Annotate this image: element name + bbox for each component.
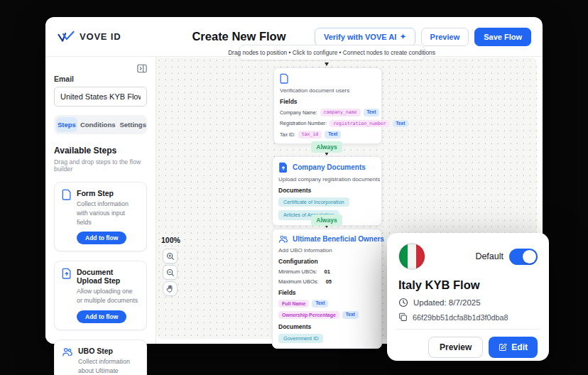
node-subtitle: Verification document users <box>280 87 376 94</box>
connector-always-badge[interactable]: Always <box>311 141 342 153</box>
tab-steps[interactable]: Steps <box>56 117 77 132</box>
sparkle-icon: ✦ <box>400 33 405 40</box>
clock-icon <box>398 298 408 308</box>
field-label: Tax ID: <box>280 132 295 137</box>
tab-conditions[interactable]: Conditions <box>79 117 117 132</box>
fields-section-title: Fields <box>280 98 376 105</box>
config-value: 01 <box>325 268 330 275</box>
field-type-badge: Text <box>393 120 409 128</box>
field-row: Tax ID: tax_id Text <box>280 131 376 138</box>
step-card-form[interactable]: Form Step Collect information with vario… <box>54 182 147 251</box>
verify-ai-button[interactable]: Verify with VOVE AI ✦ <box>315 28 415 46</box>
step-title: Form Step <box>77 189 139 197</box>
field-name-badge: Ownership Percentage <box>278 311 339 319</box>
available-steps-subtitle: Drag and drop steps to the flow builder <box>54 158 147 173</box>
header-preview-button[interactable]: Preview <box>421 28 469 46</box>
document-icon <box>280 73 289 84</box>
field-row: Registration Number: registration_number… <box>280 120 376 128</box>
field-name-badge: Full Name <box>278 300 309 308</box>
zoom-in-icon <box>166 252 175 261</box>
field-row: Full Name Text <box>278 300 376 308</box>
form-step-document-icon <box>62 189 72 200</box>
configuration-section-title: Configuration <box>278 258 376 265</box>
vove-logo-icon <box>57 31 75 43</box>
flow-id: 66f29bb51dcfa8b1d3f0dba8 <box>413 313 508 322</box>
ubo-people-icon <box>62 347 73 357</box>
config-label: Minimum UBOs: <box>278 268 317 275</box>
ubo-people-icon <box>278 234 288 244</box>
step-description: Allow uploading one or multiple document… <box>77 287 139 305</box>
field-type-badge: Text <box>364 109 380 116</box>
add-to-flow-button[interactable]: Add to flow <box>77 232 126 244</box>
collapse-panel-icon[interactable] <box>137 64 147 73</box>
documents-section-title: Documents <box>278 323 376 330</box>
default-toggle[interactable] <box>509 249 538 265</box>
field-label: Company Name: <box>280 110 317 115</box>
zoom-in-button[interactable] <box>163 249 178 263</box>
available-steps-title: Available Steps <box>54 146 147 156</box>
sidebar: Email Steps Conditions Settings Availabl… <box>45 57 156 344</box>
email-label: Email <box>54 75 147 83</box>
node-title: Company Documents <box>293 163 366 171</box>
node-title: Ultimate Beneficial Owners <box>293 235 384 243</box>
fields-section-title: Fields <box>278 289 376 296</box>
toggle-knob <box>523 250 536 263</box>
field-type-badge: Text <box>325 131 341 138</box>
flow-node-verification[interactable]: Verification document users Fields Compa… <box>273 67 382 144</box>
document-badge: Government ID <box>278 334 323 343</box>
step-description: Collect information about Ultimate Benef… <box>78 357 139 375</box>
zoom-level-label: 100% <box>161 236 180 244</box>
canvas-hint: Drag nodes to position • Click to config… <box>239 45 425 60</box>
italy-flow-card: Default Italy KYB Flow Updated: 8/7/2025… <box>387 233 549 361</box>
add-to-flow-button[interactable]: Add to flow <box>77 310 126 323</box>
field-row: Company Name: company_name Text <box>280 109 376 116</box>
upload-document-icon <box>278 162 288 173</box>
italy-flag-icon <box>398 243 425 270</box>
save-flow-button[interactable]: Save Flow <box>474 28 531 46</box>
node-subtitle: Add UBO information <box>278 247 376 254</box>
field-label: Registration Number: <box>280 121 327 126</box>
config-label: Maximum UBOs: <box>278 278 319 285</box>
hand-icon <box>165 284 175 293</box>
documents-section-title: Documents <box>278 187 376 194</box>
header-actions: Verify with VOVE AI ✦ Preview Save Flow <box>315 28 531 46</box>
flow-node-ubo[interactable]: Ultimate Beneficial Owners Add UBO infor… <box>272 229 382 349</box>
card-preview-button[interactable]: Preview <box>428 337 483 358</box>
flow-card-title: Italy KYB Flow <box>398 278 538 292</box>
step-description: Collect information with various input f… <box>77 200 139 227</box>
step-title: UBO Step <box>78 347 139 355</box>
field-name-badge: registration_number <box>330 120 389 128</box>
page-title: Create New Flow <box>163 30 315 43</box>
field-type-badge: Text <box>312 300 328 308</box>
node-subtitle: Upload company registration documents <box>278 176 376 183</box>
field-row: Ownership Percentage Text <box>278 311 376 319</box>
connector-always-badge[interactable]: Always <box>311 214 342 226</box>
config-row: Maximum UBOs: 05 <box>278 278 376 285</box>
connector-arrow <box>325 62 329 66</box>
default-label: Default <box>475 251 503 261</box>
updated-text: Updated: 8/7/2025 <box>413 298 481 307</box>
card-edit-button[interactable]: Edit <box>489 337 538 358</box>
config-value: 05 <box>326 278 332 285</box>
document-badge: Certificate of Incorporation <box>278 197 349 207</box>
step-title: Document Upload Step <box>77 268 139 285</box>
config-row: Minimum UBOs: 01 <box>278 268 376 275</box>
field-name-badge: company_name <box>320 109 361 116</box>
logo-text: VOVE ID <box>80 31 121 42</box>
divider <box>396 329 540 330</box>
pan-hand-button[interactable] <box>163 281 178 296</box>
field-type-badge: Text <box>342 311 359 319</box>
edit-pencil-icon <box>499 343 507 352</box>
flow-name-input[interactable] <box>54 87 147 107</box>
field-name-badge: tax_id <box>298 131 322 138</box>
sidebar-tabs: Steps Conditions Settings <box>54 115 147 134</box>
zoom-out-button[interactable] <box>163 265 178 280</box>
step-card-ubo[interactable]: UBO Step Collect information about Ultim… <box>54 339 147 375</box>
step-card-document-upload[interactable]: Document Upload Step Allow uploading one… <box>54 261 147 330</box>
tab-settings[interactable]: Settings <box>118 117 147 132</box>
copy-icon[interactable] <box>398 312 408 322</box>
document-upload-icon <box>62 268 72 279</box>
zoom-out-icon <box>166 268 175 277</box>
